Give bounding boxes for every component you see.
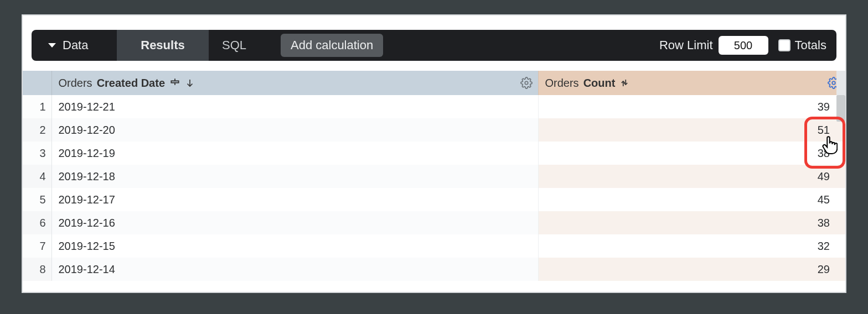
data-toolbar: Data Results SQL Add calculation Row Lim… (32, 30, 836, 61)
svg-point-7 (832, 81, 835, 85)
cell-created-date[interactable]: 2019-12-19 (51, 142, 538, 165)
cell-created-date[interactable]: 2019-12-16 (51, 211, 538, 234)
row-limit-label: Row Limit (659, 38, 713, 53)
table-row: 12019-12-2139 (23, 95, 845, 118)
cell-created-date[interactable]: 2019-12-17 (51, 188, 538, 211)
row-number: 1 (23, 95, 51, 118)
row-number: 2 (23, 118, 51, 142)
results-table: Orders Created Date (23, 71, 845, 281)
column-header-created-date[interactable]: Orders Created Date (51, 71, 538, 95)
row-number: 8 (23, 258, 51, 281)
cell-count[interactable]: 38 (538, 211, 845, 234)
totals-label: Totals (795, 38, 826, 53)
pivot-icon (169, 76, 180, 90)
tab-sql[interactable]: SQL (209, 30, 281, 61)
cell-created-date[interactable]: 2019-12-21 (51, 95, 538, 118)
table-row: 72019-12-1532 (23, 234, 845, 258)
tab-results[interactable]: Results (117, 30, 209, 61)
gear-icon[interactable] (520, 77, 533, 89)
table-row: 52019-12-1745 (23, 188, 845, 211)
data-label: Data (63, 38, 88, 53)
data-section-toggle[interactable]: Data (32, 30, 117, 61)
cell-created-date[interactable]: 2019-12-15 (51, 234, 538, 258)
cell-count[interactable]: 45 (538, 188, 845, 211)
column-header-count[interactable]: Orders Count (538, 71, 845, 95)
column-field: Created Date (97, 77, 165, 90)
svg-rect-0 (171, 81, 178, 82)
cell-created-date[interactable]: 2019-12-14 (51, 258, 538, 281)
drill-icon (619, 78, 629, 88)
scrollbar-track (836, 71, 845, 95)
row-number: 4 (23, 165, 51, 188)
row-number: 6 (23, 211, 51, 234)
scrollbar-thumb[interactable] (836, 95, 845, 122)
add-calculation-button[interactable]: Add calculation (281, 34, 383, 57)
table-row: 62019-12-1638 (23, 211, 845, 234)
table-row: 22019-12-2051 (23, 118, 845, 142)
row-number: 5 (23, 188, 51, 211)
row-limit-input[interactable] (719, 36, 768, 55)
explore-panel: Data Results SQL Add calculation Row Lim… (22, 14, 846, 293)
totals-checkbox[interactable] (778, 39, 790, 51)
svg-point-4 (525, 81, 528, 85)
table-row: 82019-12-1429 (23, 258, 845, 281)
row-number: 3 (23, 142, 51, 165)
cell-count[interactable]: 49 (538, 165, 845, 188)
results-grid: Orders Created Date (23, 71, 845, 281)
row-num-header (23, 71, 51, 95)
caret-down-icon (48, 43, 56, 48)
cell-count[interactable]: 39 (538, 95, 845, 118)
cell-count[interactable]: 51 (538, 118, 845, 142)
sort-desc-icon (185, 78, 195, 88)
cell-count[interactable]: 38 (538, 142, 845, 165)
table-row: 42019-12-1849 (23, 165, 845, 188)
column-group: Orders (59, 77, 92, 90)
calc-wrap: Add calculation (281, 30, 396, 61)
row-number: 7 (23, 234, 51, 258)
column-field: Count (583, 77, 616, 90)
cell-count[interactable]: 29 (538, 258, 845, 281)
column-group: Orders (545, 77, 579, 90)
table-row: 32019-12-1938 (23, 142, 845, 165)
cell-count[interactable]: 32 (538, 234, 845, 258)
cell-created-date[interactable]: 2019-12-18 (51, 165, 538, 188)
cell-created-date[interactable]: 2019-12-20 (51, 118, 538, 142)
